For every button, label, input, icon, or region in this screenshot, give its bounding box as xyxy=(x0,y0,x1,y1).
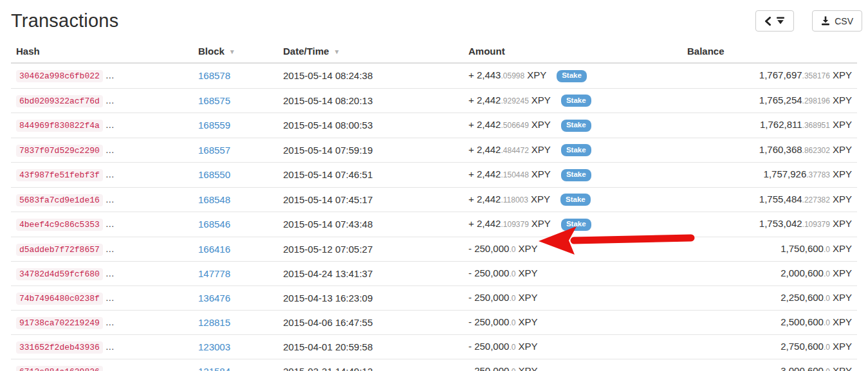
amount-cell: - 250,000.0XPY xyxy=(463,261,682,285)
hash-cell: d5addeb7f72f8657… xyxy=(11,237,193,261)
hash-cell: 34782d4d59fcf680… xyxy=(11,261,193,285)
filter-icon xyxy=(776,17,785,26)
tx-hash-link[interactable]: 6bd0209322acf76d xyxy=(16,95,103,107)
tx-hash-link[interactable]: 844969f830822f4a xyxy=(16,120,103,132)
amount-decimal: .506649 xyxy=(501,121,528,130)
amount-currency: XPY xyxy=(531,144,551,155)
tx-hash-link[interactable]: d5addeb7f72f8657 xyxy=(16,244,103,256)
amount-value: - 250,000 xyxy=(468,292,509,303)
amount-currency: XPY xyxy=(531,168,551,179)
balance-value: 1,755,484 xyxy=(759,194,802,204)
amount-value: + 2,442 xyxy=(468,95,501,105)
hash-cell: 74b7496480c0238f… xyxy=(11,285,193,310)
amount-cell: + 2,442.118003XPYStake xyxy=(463,187,682,212)
hash-ellipsis: … xyxy=(106,268,115,278)
tx-hash-link[interactable]: 7837f07d529c2290 xyxy=(16,145,103,157)
hash-ellipsis: … xyxy=(106,95,115,105)
datetime-cell: 2015-04-06 16:47:55 xyxy=(278,310,463,334)
block-cell: 136476 xyxy=(193,285,278,310)
block-cell: 121584 xyxy=(193,359,278,371)
column-header-block[interactable]: Block▼ xyxy=(193,42,278,63)
block-link[interactable]: 168548 xyxy=(198,194,230,205)
amount-decimal: .0 xyxy=(509,269,515,278)
block-link[interactable]: 147778 xyxy=(198,268,230,279)
block-link[interactable]: 168559 xyxy=(198,120,230,131)
balance-decimal: .0 xyxy=(824,269,830,278)
transaction-row: 91738ca702219249… 128815 2015-04-06 16:4… xyxy=(11,310,857,334)
block-link[interactable]: 166416 xyxy=(198,244,230,255)
amount-currency: XPY xyxy=(518,292,537,303)
column-header-amount: Amount xyxy=(463,42,682,63)
balance-currency: XPY xyxy=(833,341,852,352)
tx-hash-link[interactable]: 91738ca702219249 xyxy=(16,317,103,329)
block-cell: 168578 xyxy=(193,63,278,88)
block-cell: 168548 xyxy=(193,187,278,212)
balance-value: 2,750,600 xyxy=(780,341,824,352)
transaction-row: 7837f07d529c2290… 168557 2015-05-14 07:5… xyxy=(11,138,857,163)
amount-cell: - 250,000.0XPY xyxy=(463,310,682,334)
balance-cell: 1,753,042.109379XPY xyxy=(682,212,857,237)
column-header-datetime[interactable]: Date/Time▼ xyxy=(278,42,463,63)
hash-cell: 7837f07d529c2290… xyxy=(11,138,193,163)
amount-cell: - 250,000.0XPY xyxy=(463,334,682,359)
transactions-page: Transactions CSV Hash xyxy=(0,10,868,371)
hash-ellipsis: … xyxy=(106,145,115,155)
hash-cell: 331652f2deb43936… xyxy=(11,334,193,359)
amount-value: - 250,000 xyxy=(468,243,509,254)
tx-hash-link[interactable]: 34782d4d59fcf680 xyxy=(16,268,103,280)
balance-cell: 1,767,697.358176XPY xyxy=(682,63,857,88)
block-link[interactable]: 136476 xyxy=(198,293,230,303)
balance-value: 2,250,600 xyxy=(780,292,824,303)
column-header-hash: Hash xyxy=(11,42,193,63)
hash-ellipsis: … xyxy=(106,341,115,352)
balance-currency: XPY xyxy=(833,218,852,229)
column-label: Date/Time xyxy=(283,46,329,57)
amount-decimal: .05998 xyxy=(501,71,524,80)
block-link[interactable]: 168578 xyxy=(198,70,230,81)
block-link[interactable]: 168550 xyxy=(198,169,230,180)
balance-currency: XPY xyxy=(833,243,852,254)
block-link[interactable]: 168546 xyxy=(198,219,230,230)
block-link[interactable]: 168575 xyxy=(198,95,230,106)
tx-hash-link[interactable]: 4beef4c9c86c5353 xyxy=(16,219,103,231)
amount-currency: XPY xyxy=(531,119,551,130)
transaction-row: 74b7496480c0238f… 136476 2015-04-13 16:2… xyxy=(11,285,857,310)
tx-hash-link[interactable]: 30462a998c6fb022 xyxy=(16,70,103,82)
block-link[interactable]: 123003 xyxy=(198,341,230,352)
tx-hash-link[interactable]: 6712e884a1629826 xyxy=(16,366,103,371)
block-link[interactable]: 168557 xyxy=(198,145,230,156)
balance-cell: 2,000,600.0XPY xyxy=(682,261,857,285)
datetime-cell: 2015-05-14 07:45:17 xyxy=(278,187,463,212)
datetime-cell: 2015-05-14 08:20:13 xyxy=(278,88,463,113)
datetime-cell: 2015-04-13 16:23:09 xyxy=(278,285,463,310)
tx-hash-link[interactable]: 74b7496480c0238f xyxy=(16,293,103,305)
block-link[interactable]: 121584 xyxy=(198,366,230,371)
tx-hash-link[interactable]: 331652f2deb43936 xyxy=(16,341,103,354)
page-title: Transactions xyxy=(11,10,857,32)
amount-value: + 2,442 xyxy=(468,194,501,204)
tx-hash-link[interactable]: 5683fa7cd9e1de16 xyxy=(16,194,103,206)
amount-decimal: .0 xyxy=(509,294,515,303)
transactions-table: Hash Block▼ Date/Time▼ Amount Balance 30… xyxy=(11,42,857,371)
balance-value: 1,750,600 xyxy=(780,243,824,254)
amount-decimal: .484472 xyxy=(501,146,528,155)
amount-decimal: .929245 xyxy=(501,96,528,105)
datetime-value: 2015-04-24 13:41:37 xyxy=(283,268,373,279)
stake-badge: Stake xyxy=(557,70,587,82)
balance-currency: XPY xyxy=(833,95,852,105)
csv-download-button[interactable]: CSV xyxy=(812,10,862,32)
balance-cell: 1,755,484.227382XPY xyxy=(682,187,857,212)
amount-cell: - 250,000.0XPY xyxy=(463,237,682,261)
sort-desc-icon[interactable]: ▼ xyxy=(333,48,340,55)
hash-cell: 6bd0209322acf76d… xyxy=(11,88,193,113)
column-header-balance: Balance xyxy=(682,42,857,63)
block-link[interactable]: 128815 xyxy=(198,317,230,328)
datetime-cell: 2015-05-14 07:46:51 xyxy=(278,163,463,188)
balance-cell: 1,750,600.0XPY xyxy=(682,237,857,261)
transaction-row: 4beef4c9c86c5353… 168546 2015-05-14 07:4… xyxy=(11,212,857,237)
transaction-row: 331652f2deb43936… 123003 2015-04-01 20:5… xyxy=(11,334,857,359)
sort-desc-icon[interactable]: ▼ xyxy=(229,48,235,55)
tx-hash-link[interactable]: 43f987fe51febf3f xyxy=(16,169,103,181)
filter-button[interactable] xyxy=(755,10,794,32)
block-cell: 168575 xyxy=(193,88,278,113)
